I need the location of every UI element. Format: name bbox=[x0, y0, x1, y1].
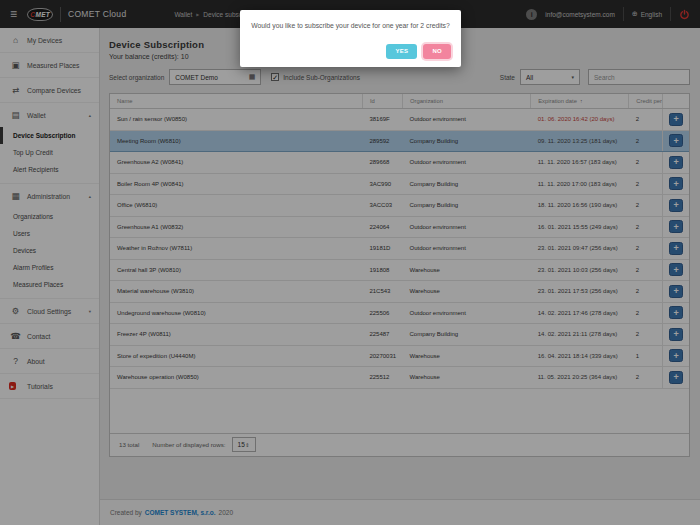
yes-button[interactable]: YES bbox=[386, 44, 417, 59]
dialog-buttons: YES NO bbox=[250, 44, 451, 59]
modal-overlay bbox=[0, 0, 700, 525]
subscribe-confirmation-dialog: Would you like to subscribe your device … bbox=[240, 10, 461, 67]
dialog-message: Would you like to subscribe your device … bbox=[250, 21, 451, 31]
no-button[interactable]: NO bbox=[423, 44, 451, 59]
